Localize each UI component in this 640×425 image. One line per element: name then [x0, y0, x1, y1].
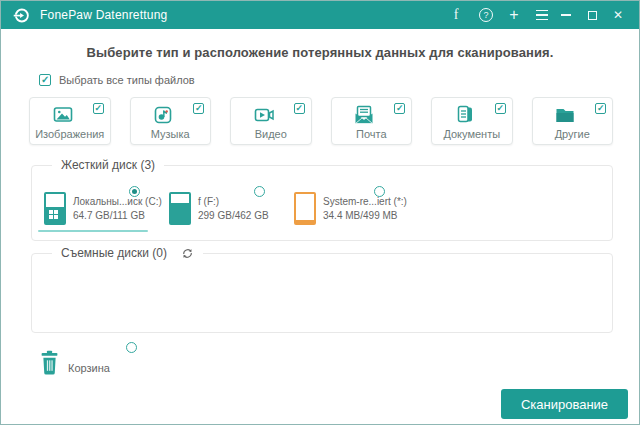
image-icon	[30, 103, 96, 127]
page-title: Выберите тип и расположение потерянных д…	[1, 45, 639, 60]
select-all-label: Выбрать все типы файлов	[59, 74, 195, 86]
disk-capacity: 299 GB/462 GB	[198, 210, 269, 221]
drive-icon	[44, 192, 66, 225]
mail-checkbox[interactable]	[394, 103, 405, 114]
app-window: FonePaw Datenrettung f ? + ✕ Выберите ти…	[0, 0, 640, 425]
minimize-icon[interactable]	[557, 6, 575, 24]
menu-icon[interactable]	[533, 6, 551, 24]
filetype-card-images[interactable]: Изображения	[29, 97, 111, 145]
documents-checkbox[interactable]	[495, 103, 506, 114]
drive-icon	[294, 192, 316, 225]
music-checkbox[interactable]	[193, 103, 204, 114]
filetype-card-music[interactable]: Музыка	[130, 97, 212, 145]
facebook-icon[interactable]: f	[447, 6, 465, 24]
disk-capacity: 64.7 GB/111 GB	[73, 210, 162, 221]
refresh-icon[interactable]	[181, 247, 194, 260]
hard-disk-section-title: Жесткий диск (3)	[52, 158, 164, 172]
card-label: Видео	[231, 128, 311, 140]
other-checkbox[interactable]	[595, 103, 606, 114]
music-icon	[131, 103, 197, 127]
help-icon[interactable]: ?	[477, 6, 495, 24]
video-icon	[231, 103, 297, 127]
card-label: Документы	[432, 128, 512, 140]
recycle-bin-radio[interactable]	[126, 342, 137, 353]
windows-logo-icon	[49, 210, 58, 219]
disk-f-radio[interactable]	[254, 186, 265, 197]
mail-icon	[332, 103, 398, 127]
close-icon[interactable]: ✕	[609, 6, 627, 24]
recycle-bin-label: Корзина	[68, 362, 110, 374]
add-icon[interactable]: +	[505, 6, 523, 24]
removable-disks-section: Съемные диски (0)	[31, 253, 613, 333]
disk-system-radio[interactable]	[374, 186, 385, 197]
disk-capacity: 34.4 MB/499 MB	[323, 210, 407, 221]
recycle-bin-item[interactable]: Корзина	[39, 349, 110, 376]
hard-disk-section: Жесткий диск (3) Локальны...иск (C:) 64.…	[31, 165, 613, 241]
select-all-checkbox[interactable]	[39, 74, 51, 86]
drive-icon	[169, 192, 191, 225]
file-type-cards: Изображения Музыка	[29, 97, 613, 145]
filetype-card-documents[interactable]: Документы	[431, 97, 513, 145]
filetype-card-other[interactable]: Другие	[532, 97, 614, 145]
card-label: Музыка	[131, 128, 211, 140]
select-all-row[interactable]: Выбрать все типы файлов	[39, 74, 195, 86]
filetype-card-video[interactable]: Видео	[230, 97, 312, 145]
titlebar-buttons: f ? + ✕	[439, 6, 627, 24]
disk-item-local-c[interactable]: Локальны...иск (C:) 64.7 GB/111 GB	[44, 192, 162, 225]
filetype-card-mail[interactable]: Почта	[331, 97, 413, 145]
disk-name: Локальны...иск (C:)	[73, 196, 162, 207]
disk-item-f[interactable]: f (F:) 299 GB/462 GB	[169, 192, 269, 225]
titlebar: FonePaw Datenrettung f ? + ✕	[1, 1, 639, 29]
disk-item-system-reserved[interactable]: System-re...iert (*:) 34.4 MB/499 MB	[294, 192, 407, 225]
scan-button[interactable]: Сканирование	[501, 389, 628, 419]
card-label: Почта	[332, 128, 412, 140]
card-label: Другие	[533, 128, 613, 140]
disk-c-radio[interactable]	[129, 186, 140, 197]
disk-name: System-re...iert (*:)	[323, 196, 407, 207]
folder-icon	[533, 103, 599, 127]
card-label: Изображения	[30, 128, 110, 140]
document-icon	[432, 103, 498, 127]
disk-name: f (F:)	[198, 196, 269, 207]
removable-disks-section-title: Съемные диски (0)	[61, 246, 167, 260]
images-checkbox[interactable]	[93, 103, 104, 114]
video-checkbox[interactable]	[294, 103, 305, 114]
app-title: FonePaw Datenrettung	[40, 8, 167, 22]
fonepaw-logo-icon	[13, 7, 30, 24]
trash-icon	[39, 349, 60, 376]
selected-disk-underline	[38, 230, 148, 232]
maximize-icon[interactable]	[583, 6, 601, 24]
